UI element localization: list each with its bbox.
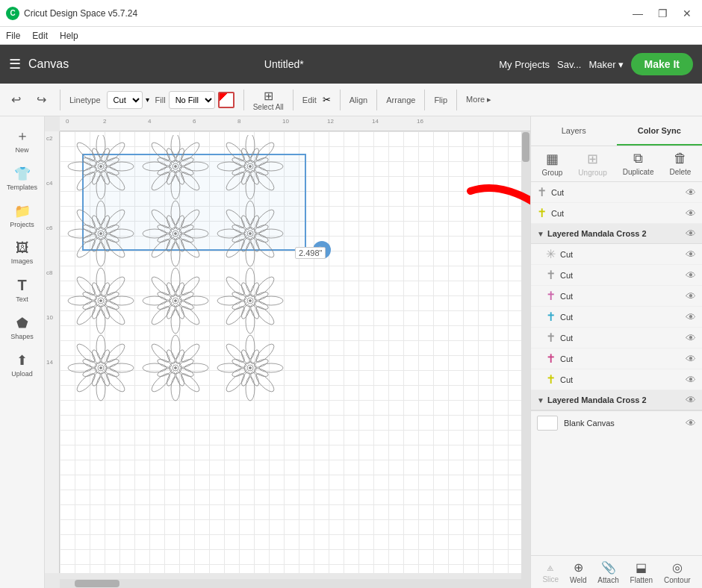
visibility-icon[interactable]: 👁 xyxy=(686,248,696,260)
visibility-icon[interactable]: 👁 xyxy=(686,311,696,323)
ruler-mark-8: 8 xyxy=(237,118,240,125)
canvas-label: Canvas xyxy=(28,57,69,71)
sidebar-item-text[interactable]: T Text xyxy=(3,272,42,307)
delete-button[interactable]: 🗑 Delete xyxy=(670,151,692,177)
more-button[interactable]: More ▸ xyxy=(466,95,491,104)
select-all-button[interactable]: ⊞ Select All xyxy=(253,89,284,111)
list-item[interactable]: ✝ Cut 👁 xyxy=(531,265,702,286)
visibility-icon[interactable]: 👁 xyxy=(686,353,696,365)
tab-color-sync[interactable]: Color Sync xyxy=(617,116,703,146)
visibility-icon[interactable]: 👁 xyxy=(686,269,696,281)
flip-button[interactable]: Flip xyxy=(434,96,447,104)
weld-button[interactable]: ⊕ Weld xyxy=(570,560,587,584)
app-title: Cricut Design Space v5.7.24 xyxy=(24,8,137,19)
projects-icon: 📁 xyxy=(14,203,31,219)
menu-edit[interactable]: Edit xyxy=(32,31,48,41)
vertical-scrollbar[interactable] xyxy=(521,131,530,579)
list-item[interactable]: ✝ Cut 👁 xyxy=(531,203,702,224)
list-item[interactable]: ✝ Cut 👁 xyxy=(531,369,702,390)
slice-button[interactable]: ⟁ Slice xyxy=(542,560,559,584)
contour-button[interactable]: ◎ Contour xyxy=(664,560,691,584)
ungroup-button[interactable]: ⊞ Ungroup xyxy=(578,151,606,177)
duplicate-button[interactable]: ⧉ Duplicate xyxy=(623,151,654,177)
align-button[interactable]: Align xyxy=(350,96,367,104)
canvas-area[interactable]: 0 2 4 6 8 10 12 14 16 c2 c4 c6 c8 10 14 xyxy=(45,116,530,588)
delete-label: Delete xyxy=(670,168,692,176)
horizontal-scroll-thumb[interactable] xyxy=(75,580,119,587)
vertical-scroll-thumb[interactable] xyxy=(522,132,529,162)
select-all-plus-icon: ⊞ xyxy=(264,89,273,103)
ruler-v-mark-2: c4 xyxy=(46,180,52,187)
ungroup-icon: ⊞ xyxy=(587,151,598,167)
svg-point-17 xyxy=(63,135,66,138)
svg-point-11 xyxy=(63,138,74,154)
hamburger-menu[interactable]: ☰ xyxy=(9,56,21,72)
title-bar-left: C Cricut Design Space v5.7.24 xyxy=(6,7,137,20)
sidebar-item-shapes[interactable]: ⬟ Shapes xyxy=(3,310,42,345)
ruler-v-mark: c2 xyxy=(46,135,52,142)
ruler-mark-14: 14 xyxy=(372,118,379,125)
header-right: My Projects Sav... Maker ▾ Make It xyxy=(499,53,693,75)
arrange-button[interactable]: Arrange xyxy=(386,96,415,104)
redo-button[interactable]: ↪ xyxy=(31,90,51,110)
svg-point-16 xyxy=(63,135,69,141)
ruler-mark-2: 2 xyxy=(103,118,106,125)
fill-color-swatch[interactable] xyxy=(218,92,234,108)
list-item[interactable]: ✝ Cut 👁 xyxy=(531,307,702,328)
group-button[interactable]: ▦ Group xyxy=(542,151,563,177)
linetype-select[interactable]: Cut xyxy=(107,91,143,109)
cut-icon[interactable]: ✂ xyxy=(323,94,331,105)
maker-selector[interactable]: Maker ▾ xyxy=(588,59,623,70)
group-chevron-icon: ▼ xyxy=(537,230,544,238)
svg-point-2 xyxy=(72,135,96,140)
make-it-button[interactable]: Make It xyxy=(631,53,693,75)
close-button[interactable]: ✕ xyxy=(678,6,696,21)
text-icon: T xyxy=(17,277,26,294)
fill-select[interactable]: No Fill xyxy=(169,91,215,109)
layer-name: Cut xyxy=(560,313,681,322)
group-visibility-icon[interactable]: 👁 xyxy=(686,228,696,240)
layer-cross-icon: ✝ xyxy=(546,372,556,387)
list-item[interactable]: ✝ Cut 👁 xyxy=(531,328,702,348)
attach-icon: 📎 xyxy=(601,560,616,575)
group-header-2[interactable]: ▼ Layered Mandala Cross 2 👁 xyxy=(531,390,702,410)
visibility-icon[interactable]: 👁 xyxy=(686,187,696,198)
my-projects-button[interactable]: My Projects xyxy=(499,59,550,70)
blank-canvas-visibility-icon[interactable]: 👁 xyxy=(686,417,696,429)
sidebar-item-templates[interactable]: 👕 Templates xyxy=(3,161,42,196)
maximize-button[interactable]: ❐ xyxy=(653,6,672,21)
visibility-icon[interactable]: 👁 xyxy=(686,374,696,386)
visibility-icon[interactable]: 👁 xyxy=(686,207,696,219)
toolbar-separator-4 xyxy=(340,90,341,110)
group-icon: ▦ xyxy=(546,151,559,167)
list-item[interactable]: ✝ Cut 👁 xyxy=(531,182,702,203)
toolbar-separator-1 xyxy=(60,90,60,110)
group-visibility-icon[interactable]: 👁 xyxy=(686,394,696,406)
list-item[interactable]: ✝ Cut 👁 xyxy=(531,348,702,369)
weld-icon: ⊕ xyxy=(574,560,583,575)
list-item[interactable]: ✳ Cut 👁 xyxy=(531,244,702,265)
svg-point-9 xyxy=(66,135,83,136)
attach-button[interactable]: 📎 Attach xyxy=(597,560,618,584)
ruler-horizontal: 0 2 4 6 8 10 12 14 16 xyxy=(60,116,530,131)
sidebar-item-new[interactable]: ＋ New xyxy=(3,122,42,158)
menu-help[interactable]: Help xyxy=(60,31,78,41)
horizontal-scrollbar[interactable] xyxy=(60,579,530,588)
sidebar-item-upload[interactable]: ⬆ Upload xyxy=(3,348,42,382)
minimize-button[interactable]: — xyxy=(628,6,647,21)
sidebar-item-projects[interactable]: 📁 Projects xyxy=(3,198,42,233)
edit-button[interactable]: Edit xyxy=(302,96,317,104)
visibility-icon[interactable]: 👁 xyxy=(686,332,696,344)
sidebar-item-upload-label: Upload xyxy=(11,370,33,378)
undo-button[interactable]: ↩ xyxy=(6,90,25,110)
flatten-button[interactable]: ⬓ Flatten xyxy=(630,560,653,584)
ruler-mark-0: 0 xyxy=(66,118,69,125)
visibility-icon[interactable]: 👁 xyxy=(686,290,696,302)
menu-file[interactable]: File xyxy=(6,31,20,41)
group-header-1[interactable]: ▼ Layered Mandala Cross 2 👁 xyxy=(531,224,702,244)
list-item[interactable]: ✝ Cut 👁 xyxy=(531,286,702,307)
save-button[interactable]: Sav... xyxy=(557,59,581,70)
tab-layers[interactable]: Layers xyxy=(531,116,617,146)
ruler-vertical: c2 c4 c6 c8 10 14 xyxy=(45,131,60,573)
sidebar-item-images[interactable]: 🖼 Images xyxy=(3,236,42,269)
